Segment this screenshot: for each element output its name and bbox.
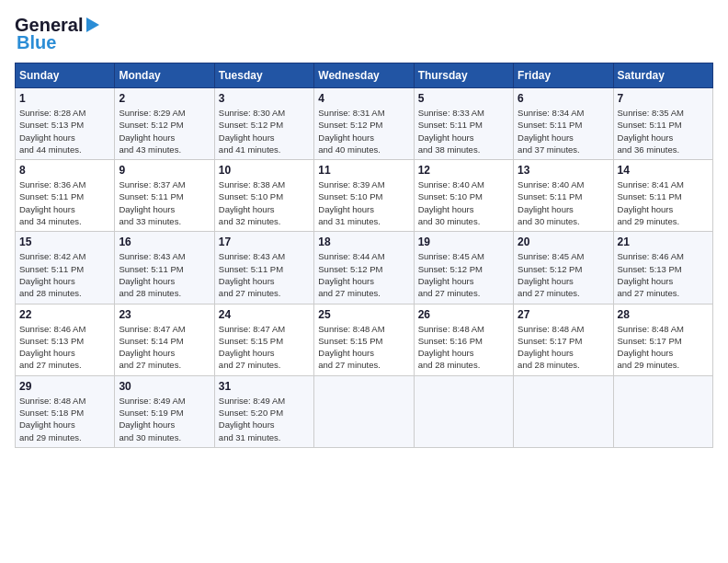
day-number: 7 <box>618 92 709 105</box>
calendar-cell: 2 Sunrise: 8:29 AM Sunset: 5:12 PM Dayli… <box>115 88 214 160</box>
day-detail: Sunrise: 8:41 AM Sunset: 5:11 PM Dayligh… <box>618 178 709 227</box>
day-detail: Sunrise: 8:28 AM Sunset: 5:13 PM Dayligh… <box>19 107 110 155</box>
day-detail: Sunrise: 8:47 AM Sunset: 5:14 PM Dayligh… <box>119 323 210 372</box>
day-detail: Sunrise: 8:40 AM Sunset: 5:10 PM Dayligh… <box>418 178 509 227</box>
calendar-cell: 24 Sunrise: 8:47 AM Sunset: 5:15 PM Dayl… <box>214 304 313 375</box>
day-number: 15 <box>19 236 110 248</box>
day-detail: Sunrise: 8:48 AM Sunset: 5:15 PM Dayligh… <box>318 323 409 372</box>
calendar-cell: 28 Sunrise: 8:48 AM Sunset: 5:17 PM Dayl… <box>613 304 712 375</box>
calendar-cell: 1 Sunrise: 8:28 AM Sunset: 5:13 PM Dayli… <box>16 88 115 160</box>
calendar-cell: 3 Sunrise: 8:30 AM Sunset: 5:12 PM Dayli… <box>214 88 313 160</box>
day-number: 29 <box>19 380 110 393</box>
calendar-table: SundayMondayTuesdayWednesdayThursdayFrid… <box>15 63 713 448</box>
calendar-cell: 8 Sunrise: 8:36 AM Sunset: 5:11 PM Dayli… <box>16 160 115 232</box>
calendar-header-wednesday: Wednesday <box>314 63 414 88</box>
day-number: 9 <box>119 164 210 177</box>
day-detail: Sunrise: 8:48 AM Sunset: 5:17 PM Dayligh… <box>618 323 709 372</box>
calendar-cell: 20 Sunrise: 8:45 AM Sunset: 5:12 PM Dayl… <box>514 232 613 304</box>
calendar-cell: 17 Sunrise: 8:43 AM Sunset: 5:11 PM Dayl… <box>214 232 313 304</box>
day-detail: Sunrise: 8:48 AM Sunset: 5:18 PM Dayligh… <box>19 395 110 443</box>
day-number: 26 <box>418 308 509 321</box>
day-number: 8 <box>19 164 110 177</box>
day-detail: Sunrise: 8:37 AM Sunset: 5:11 PM Dayligh… <box>119 178 210 227</box>
day-detail: Sunrise: 8:38 AM Sunset: 5:10 PM Dayligh… <box>219 178 310 227</box>
day-number: 10 <box>219 164 310 177</box>
day-detail: Sunrise: 8:47 AM Sunset: 5:15 PM Dayligh… <box>219 323 310 372</box>
day-number: 16 <box>119 236 210 248</box>
day-detail: Sunrise: 8:30 AM Sunset: 5:12 PM Dayligh… <box>219 107 310 155</box>
day-number: 30 <box>119 380 210 393</box>
day-detail: Sunrise: 8:36 AM Sunset: 5:11 PM Dayligh… <box>19 178 110 227</box>
calendar-header-saturday: Saturday <box>613 63 712 88</box>
day-detail: Sunrise: 8:31 AM Sunset: 5:12 PM Dayligh… <box>318 107 409 155</box>
calendar-cell: 18 Sunrise: 8:44 AM Sunset: 5:12 PM Dayl… <box>314 232 414 304</box>
calendar-cell: 11 Sunrise: 8:39 AM Sunset: 5:10 PM Dayl… <box>314 160 414 232</box>
calendar-cell: 27 Sunrise: 8:48 AM Sunset: 5:17 PM Dayl… <box>514 304 613 375</box>
day-number: 21 <box>618 236 709 248</box>
day-detail: Sunrise: 8:34 AM Sunset: 5:11 PM Dayligh… <box>518 107 609 155</box>
calendar-header-tuesday: Tuesday <box>214 63 313 88</box>
day-number: 22 <box>19 308 110 321</box>
logo-blue-label: Blue <box>15 32 56 53</box>
calendar-cell: 15 Sunrise: 8:42 AM Sunset: 5:11 PM Dayl… <box>16 232 115 304</box>
day-number: 3 <box>219 92 310 105</box>
calendar-header-thursday: Thursday <box>414 63 513 88</box>
calendar-cell: 9 Sunrise: 8:37 AM Sunset: 5:11 PM Dayli… <box>115 160 214 232</box>
day-number: 27 <box>518 308 609 321</box>
calendar-cell <box>613 375 712 447</box>
day-detail: Sunrise: 8:48 AM Sunset: 5:17 PM Dayligh… <box>518 323 609 372</box>
day-number: 5 <box>418 92 509 105</box>
calendar-cell: 12 Sunrise: 8:40 AM Sunset: 5:10 PM Dayl… <box>414 160 513 232</box>
calendar-cell: 14 Sunrise: 8:41 AM Sunset: 5:11 PM Dayl… <box>613 160 712 232</box>
calendar-cell: 30 Sunrise: 8:49 AM Sunset: 5:19 PM Dayl… <box>115 375 214 447</box>
calendar-cell: 23 Sunrise: 8:47 AM Sunset: 5:14 PM Dayl… <box>115 304 214 375</box>
day-number: 11 <box>318 164 409 177</box>
calendar-week-3: 15 Sunrise: 8:42 AM Sunset: 5:11 PM Dayl… <box>16 232 713 304</box>
calendar-cell: 19 Sunrise: 8:45 AM Sunset: 5:12 PM Dayl… <box>414 232 513 304</box>
day-detail: Sunrise: 8:49 AM Sunset: 5:20 PM Dayligh… <box>219 395 310 443</box>
calendar-cell: 5 Sunrise: 8:33 AM Sunset: 5:11 PM Dayli… <box>414 88 513 160</box>
day-detail: Sunrise: 8:45 AM Sunset: 5:12 PM Dayligh… <box>418 250 509 299</box>
day-detail: Sunrise: 8:39 AM Sunset: 5:10 PM Dayligh… <box>318 178 409 227</box>
day-number: 12 <box>418 164 509 177</box>
day-detail: Sunrise: 8:40 AM Sunset: 5:11 PM Dayligh… <box>518 178 609 227</box>
logo: General Blue <box>15 15 101 53</box>
day-detail: Sunrise: 8:45 AM Sunset: 5:12 PM Dayligh… <box>518 250 609 299</box>
calendar-cell <box>514 375 613 447</box>
calendar-cell: 22 Sunrise: 8:46 AM Sunset: 5:13 PM Dayl… <box>16 304 115 375</box>
day-number: 17 <box>219 236 310 248</box>
svg-marker-0 <box>86 17 99 32</box>
day-detail: Sunrise: 8:43 AM Sunset: 5:11 PM Dayligh… <box>219 250 310 299</box>
day-number: 2 <box>119 92 210 105</box>
calendar-cell: 29 Sunrise: 8:48 AM Sunset: 5:18 PM Dayl… <box>16 375 115 447</box>
day-detail: Sunrise: 8:44 AM Sunset: 5:12 PM Dayligh… <box>318 250 409 299</box>
calendar-week-2: 8 Sunrise: 8:36 AM Sunset: 5:11 PM Dayli… <box>16 160 713 232</box>
day-detail: Sunrise: 8:43 AM Sunset: 5:11 PM Dayligh… <box>119 250 210 299</box>
calendar-cell: 25 Sunrise: 8:48 AM Sunset: 5:15 PM Dayl… <box>314 304 414 375</box>
day-number: 1 <box>19 92 110 105</box>
calendar-cell: 4 Sunrise: 8:31 AM Sunset: 5:12 PM Dayli… <box>314 88 414 160</box>
calendar-cell: 13 Sunrise: 8:40 AM Sunset: 5:11 PM Dayl… <box>514 160 613 232</box>
calendar-week-4: 22 Sunrise: 8:46 AM Sunset: 5:13 PM Dayl… <box>16 304 713 375</box>
calendar-header-sunday: Sunday <box>16 63 115 88</box>
calendar-cell: 31 Sunrise: 8:49 AM Sunset: 5:20 PM Dayl… <box>214 375 313 447</box>
day-detail: Sunrise: 8:46 AM Sunset: 5:13 PM Dayligh… <box>618 250 709 299</box>
day-number: 20 <box>518 236 609 248</box>
calendar-cell: 7 Sunrise: 8:35 AM Sunset: 5:11 PM Dayli… <box>613 88 712 160</box>
calendar-cell: 16 Sunrise: 8:43 AM Sunset: 5:11 PM Dayl… <box>115 232 214 304</box>
calendar-cell: 26 Sunrise: 8:48 AM Sunset: 5:16 PM Dayl… <box>414 304 513 375</box>
calendar-cell <box>314 375 414 447</box>
calendar-cell: 6 Sunrise: 8:34 AM Sunset: 5:11 PM Dayli… <box>514 88 613 160</box>
day-number: 31 <box>219 380 310 393</box>
calendar-header-friday: Friday <box>514 63 613 88</box>
day-number: 24 <box>219 308 310 321</box>
day-detail: Sunrise: 8:46 AM Sunset: 5:13 PM Dayligh… <box>19 323 110 372</box>
day-number: 14 <box>618 164 709 177</box>
calendar-week-5: 29 Sunrise: 8:48 AM Sunset: 5:18 PM Dayl… <box>16 375 713 447</box>
day-detail: Sunrise: 8:35 AM Sunset: 5:11 PM Dayligh… <box>618 107 709 155</box>
day-number: 13 <box>518 164 609 177</box>
calendar-cell: 21 Sunrise: 8:46 AM Sunset: 5:13 PM Dayl… <box>613 232 712 304</box>
calendar-header-row: SundayMondayTuesdayWednesdayThursdayFrid… <box>16 63 713 88</box>
day-detail: Sunrise: 8:49 AM Sunset: 5:19 PM Dayligh… <box>119 395 210 443</box>
day-number: 6 <box>518 92 609 105</box>
